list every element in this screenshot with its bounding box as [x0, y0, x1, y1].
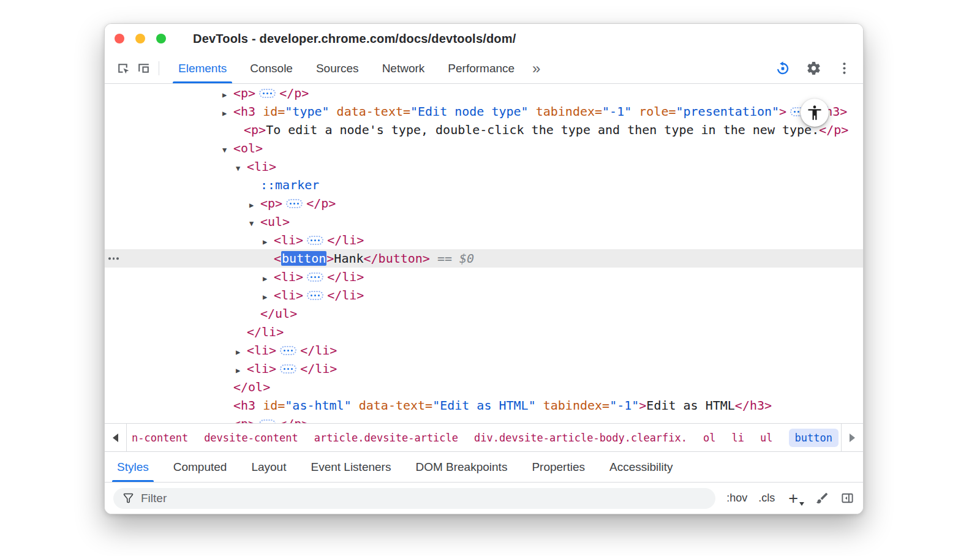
tree-row[interactable]: </ol> [105, 378, 863, 396]
disclosure-right-icon[interactable]: ▶ [249, 196, 260, 214]
panel-tab-computed[interactable]: Computed [161, 452, 239, 482]
disclosure-down-icon[interactable]: ▼ [222, 141, 233, 159]
disclosure-right-icon[interactable]: ▶ [263, 288, 274, 306]
token-tag: <p> [244, 122, 266, 137]
inline-expand-button[interactable] [259, 89, 276, 98]
disclosure-down-icon[interactable]: ▼ [236, 159, 247, 178]
tab-console[interactable]: Console [238, 53, 304, 83]
tree-row[interactable]: </li> [105, 323, 863, 341]
new-style-rule-button[interactable]: + [788, 492, 798, 505]
token-val: "-1" [609, 398, 639, 413]
disclosure-right-icon[interactable]: ▶ [222, 416, 233, 423]
tree-row[interactable]: ▶<li></li> [105, 359, 863, 378]
token-tag: </p> [279, 416, 309, 423]
token-text: To edit a node's type, double-click the … [266, 122, 819, 137]
disclosure-right-icon[interactable]: ▶ [236, 343, 247, 361]
styles-filter-input[interactable]: Filter [113, 488, 715, 509]
tree-row[interactable]: ▶<p></p> [105, 194, 863, 212]
dropdown-caret-icon [799, 502, 804, 506]
breadcrumb-item-ul[interactable]: ul [760, 432, 772, 444]
tree-row[interactable]: <h3 id="as-html" data-text="Edit as HTML… [105, 396, 863, 415]
disclosure-right-icon[interactable]: ▶ [236, 361, 247, 380]
panel-tab-layout[interactable]: Layout [239, 452, 298, 482]
inline-expand-button[interactable] [307, 236, 323, 245]
panel-tab-properties[interactable]: Properties [519, 452, 597, 482]
tree-row[interactable]: ▼<li> [105, 157, 863, 176]
disclosure-right-icon[interactable]: ▶ [222, 86, 233, 104]
panel-tab-accessibility[interactable]: Accessibility [597, 452, 685, 482]
tab-sources[interactable]: Sources [304, 53, 371, 83]
breadcrumb-scroll-left-button[interactable] [105, 424, 127, 451]
token-sel[interactable]: button [281, 251, 326, 266]
inline-expand-button[interactable] [280, 364, 296, 374]
tab-performance[interactable]: Performance [436, 53, 526, 83]
tree-row[interactable]: ::marker [105, 176, 863, 194]
token-attr: role= [631, 104, 676, 119]
tree-row[interactable]: ▶<li></li> [105, 231, 863, 249]
breadcrumb-item-ol[interactable]: ol [703, 432, 715, 444]
tab-network[interactable]: Network [371, 53, 437, 83]
tree-row[interactable]: ▶<li></li> [105, 341, 863, 359]
disclosure-right-icon[interactable]: ▶ [263, 233, 274, 251]
token-tag: <h3 [233, 398, 263, 413]
breadcrumb-item-li[interactable]: li [732, 432, 744, 444]
token-tag: </p> [819, 122, 848, 137]
tree-row[interactable]: ▶<li></li> [105, 268, 863, 286]
tree-row[interactable]: ▶<h3 id="type" data-text="Edit node type… [105, 102, 863, 121]
token-eq: == [430, 251, 459, 266]
window-title: DevTools - developer.chrome.com/docs/dev… [193, 32, 516, 46]
maximize-button[interactable] [156, 34, 166, 43]
accessibility-overlay-button[interactable] [801, 99, 829, 127]
reload-devtools-button[interactable] [772, 61, 793, 77]
element-classes-button[interactable]: .cls [758, 492, 775, 505]
inline-expand-button[interactable] [259, 419, 276, 424]
token-tag: </li> [327, 288, 364, 302]
rendering-emulations-button[interactable] [815, 491, 829, 505]
three-dot-menu-icon [837, 61, 852, 76]
tree-row[interactable]: ▼<ul> [105, 212, 863, 231]
breadcrumb-item-devsite-content[interactable]: devsite-content [204, 432, 298, 444]
breadcrumb-item-n-content[interactable]: n-content [132, 432, 188, 444]
token-attr: tabindex= [529, 104, 602, 119]
toggle-sidebar-button[interactable] [840, 491, 854, 505]
inline-expand-button[interactable] [307, 272, 323, 282]
dom-tree: ▶<p></p>▶<h3 id="type" data-text="Edit n… [105, 84, 863, 423]
token-val: "-1" [602, 104, 631, 119]
tree-row[interactable]: ▶<p></p> [105, 415, 863, 423]
panel-tab-event-listeners[interactable]: Event Listeners [298, 452, 403, 482]
token-tag: <li> [247, 343, 276, 358]
disclosure-down-icon[interactable]: ▼ [249, 214, 260, 233]
panel-tab-dom-breakpoints[interactable]: DOM Breakpoints [403, 452, 519, 482]
main-menu-button[interactable] [834, 61, 854, 76]
breadcrumb-item-div-devsite-article-body-clearfix[interactable]: div.devsite-article-body.clearfix. [474, 432, 687, 444]
chevron-left-icon [113, 434, 118, 442]
window-titlebar[interactable]: DevTools - developer.chrome.com/docs/dev… [105, 24, 863, 53]
close-button[interactable] [115, 34, 124, 43]
tree-row[interactable]: ▶<p></p> [105, 84, 863, 102]
breadcrumb-item-button[interactable]: button [789, 429, 839, 447]
minimize-button[interactable] [135, 34, 145, 43]
disclosure-right-icon[interactable]: ▶ [222, 104, 233, 122]
device-toolbar-button[interactable] [133, 53, 154, 83]
inspect-button[interactable] [112, 53, 133, 83]
tree-row[interactable]: </ul> [105, 304, 863, 323]
reload-icon [775, 61, 791, 77]
tree-row[interactable]: <p>To edit a node's type, double-click t… [105, 121, 863, 139]
inline-expand-button[interactable] [280, 346, 296, 355]
tree-row-selected[interactable]: <button>Hank</button> == $0 [105, 249, 863, 268]
breadcrumb-scroll-right-button[interactable] [841, 424, 863, 451]
disclosure-right-icon[interactable]: ▶ [263, 269, 274, 288]
tree-row[interactable]: ▶<li></li> [105, 286, 863, 304]
more-tabs-button[interactable]: » [526, 53, 546, 83]
toggle-element-state-button[interactable]: :hov [726, 492, 747, 505]
tab-elements[interactable]: Elements [167, 53, 238, 83]
tree-row[interactable]: ▼<ol> [105, 139, 863, 157]
settings-button[interactable] [803, 61, 824, 76]
panel-tab-styles[interactable]: Styles [105, 452, 161, 482]
inline-expand-button[interactable] [286, 199, 303, 208]
row-actions-dots-icon[interactable] [108, 257, 119, 260]
brush-icon [815, 491, 829, 505]
inline-expand-button[interactable] [307, 291, 323, 300]
token-tag: <li> [247, 159, 276, 174]
breadcrumb-item-article-devsite-article[interactable]: article.devsite-article [314, 432, 458, 444]
